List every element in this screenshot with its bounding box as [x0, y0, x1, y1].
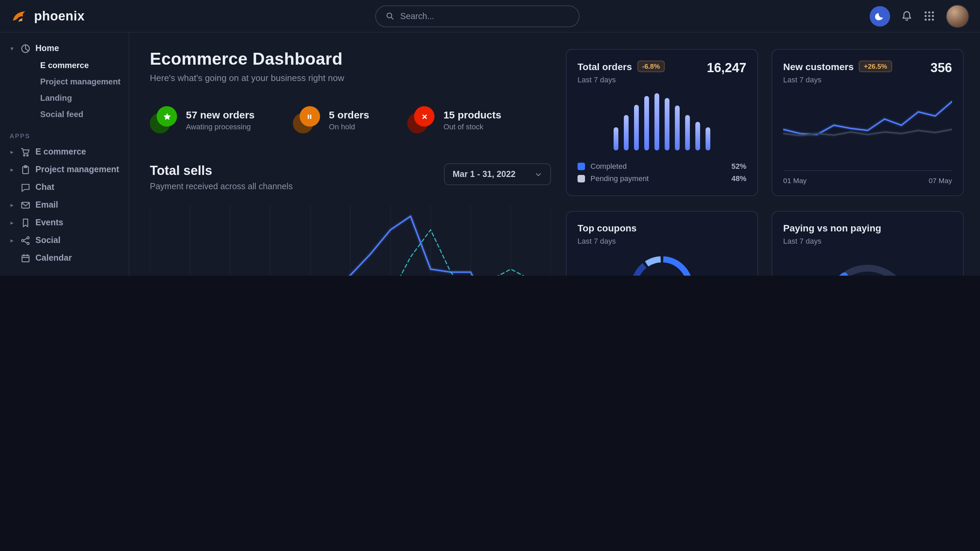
stat-caption: On hold: [329, 122, 369, 131]
out-of-stock-icon-bubble: [407, 106, 434, 133]
sidebar-item-social[interactable]: ▸Social: [8, 232, 121, 249]
home-children: E commerceProject managementLandingSocia…: [8, 57, 121, 122]
chevron-down-icon: ▾: [8, 45, 16, 51]
sidebar-subitem-landing[interactable]: Landing: [8, 90, 121, 106]
apps-menu-button[interactable]: [923, 10, 935, 22]
on-hold-icon-bubble: [293, 106, 320, 133]
card-subtitle: Last 7 days: [783, 76, 892, 84]
chevron-down-icon: [535, 170, 542, 178]
x-icon: [420, 112, 429, 121]
stat-value: 57 new orders: [186, 109, 255, 121]
date-range-select[interactable]: Mar 1 - 31, 2022: [444, 164, 551, 185]
orders-bar-chart: [614, 93, 710, 151]
chevron-right-icon: ▸: [8, 202, 16, 208]
chevron-right-icon: ▸: [8, 167, 16, 173]
brand[interactable]: phoenix: [11, 7, 85, 25]
brand-name: phoenix: [34, 8, 85, 24]
total-sells-title: Total sells: [150, 164, 293, 178]
page-title: Ecommerce Dashboard: [150, 49, 551, 69]
sidebar-item-chat[interactable]: Chat: [8, 178, 121, 196]
paying-gauge: [783, 260, 952, 276]
card-title: Top coupons: [578, 222, 746, 233]
main-content: Ecommerce Dashboard Here's what's going …: [129, 33, 980, 276]
sidebar-item-label: Home: [35, 44, 59, 53]
theme-toggle-button[interactable]: [870, 6, 890, 26]
order-bar: [685, 115, 690, 151]
chevron-right-icon: ▸: [8, 149, 16, 155]
sidebar-nav: ▾ Home E commerceProject managementLandi…: [8, 40, 121, 276]
mail-icon: [21, 200, 31, 210]
sidebar: ▾ Home E commerceProject managementLandi…: [0, 33, 129, 276]
cart-icon: [21, 147, 31, 157]
x-tick: 07 May: [929, 176, 952, 184]
sidebar-subitem-project-management[interactable]: Project management: [8, 73, 121, 90]
sidebar-item-label: Chat: [35, 183, 54, 192]
order-bar: [706, 128, 710, 151]
star-icon: [162, 112, 171, 121]
sidebar-subitem-e-commerce[interactable]: E commerce: [8, 57, 121, 73]
stat-caption: Awating processing: [186, 122, 255, 131]
top-navbar: phoenix: [0, 0, 980, 33]
sidebar-item-calendar[interactable]: Calendar: [8, 249, 121, 267]
sidebar-item-project-management[interactable]: ▸Project management: [8, 160, 121, 178]
sidebar-item-email[interactable]: ▸Email: [8, 196, 121, 214]
trend-badge: +26.5%: [859, 60, 892, 72]
share-icon: [21, 235, 31, 245]
top-coupons-card: Top coupons Last 7 days 72% Percentage d…: [566, 211, 758, 276]
sidebar-sections: APPS▸E commerce▸Project managementChat▸E…: [8, 132, 121, 276]
bell-icon: [901, 10, 913, 22]
sidebar-item-label: Email: [35, 200, 58, 210]
date-range-value: Mar 1 - 31, 2022: [453, 170, 515, 179]
navbar-actions: [870, 5, 969, 27]
new-customers-value: 356: [931, 60, 952, 76]
trend-badge: -6.8%: [638, 60, 665, 72]
notifications-button[interactable]: [901, 10, 913, 22]
card-subtitle: Last 7 days: [578, 76, 665, 84]
order-bar: [644, 96, 649, 151]
new-customers-card: New customers +26.5% Last 7 days 356 01 …: [772, 49, 964, 196]
pause-icon: [305, 112, 314, 121]
navbar-search-area: [93, 5, 862, 27]
pie-chart-icon: [21, 43, 31, 54]
sidebar-item-label: Social: [35, 235, 60, 245]
order-bar: [654, 93, 659, 151]
total-sells-chart: [150, 205, 551, 276]
grid-icon: [923, 10, 935, 22]
bookmark-icon: [21, 218, 31, 228]
total-orders-card: Total orders -6.8% Last 7 days 16,247 Co…: [566, 49, 758, 196]
chat-icon: [21, 182, 31, 192]
sidebar-item-events[interactable]: ▸Events: [8, 214, 121, 232]
order-bar: [665, 98, 670, 151]
legend-item: Completed 52%: [578, 160, 746, 172]
stat-on-hold: 5 orders On hold: [293, 106, 369, 133]
calendar-icon: [21, 253, 31, 263]
coupons-donut: 72%: [628, 253, 696, 276]
donut-center-label: 72%: [628, 253, 696, 276]
total-orders-value: 16,247: [707, 60, 746, 76]
sidebar-item-home[interactable]: ▾ Home: [8, 40, 121, 57]
sidebar-section-label-apps: APPS: [10, 132, 119, 140]
navbar-search[interactable]: [375, 5, 579, 27]
stat-value: 5 orders: [329, 109, 369, 121]
new-orders-icon-bubble: [150, 106, 177, 133]
moon-icon: [875, 11, 885, 21]
card-subtitle: Last 7 days: [783, 237, 952, 245]
order-bar: [614, 128, 618, 151]
stat-value: 15 products: [443, 109, 501, 121]
user-avatar[interactable]: [946, 5, 969, 27]
x-tick: 01 May: [783, 176, 807, 184]
sidebar-item-label: Calendar: [35, 253, 72, 263]
phoenix-logo-icon: [11, 7, 29, 25]
order-bar: [624, 115, 628, 151]
stat-caption: Out of stock: [443, 122, 501, 131]
sidebar-subitem-social-feed[interactable]: Social feed: [8, 106, 121, 122]
order-bar: [634, 105, 639, 151]
quick-stats: 57 new orders Awating processing 5 o: [150, 106, 551, 133]
chevron-right-icon: ▸: [8, 219, 16, 225]
card-title: Total orders: [578, 61, 632, 72]
navbar-search-input[interactable]: [400, 11, 569, 21]
kpi-cards: Total orders -6.8% Last 7 days 16,247 Co…: [566, 49, 964, 276]
card-subtitle: Last 7 days: [578, 237, 746, 245]
sidebar-item-label: Project management: [35, 165, 119, 174]
sidebar-item-e-commerce[interactable]: ▸E commerce: [8, 143, 121, 160]
